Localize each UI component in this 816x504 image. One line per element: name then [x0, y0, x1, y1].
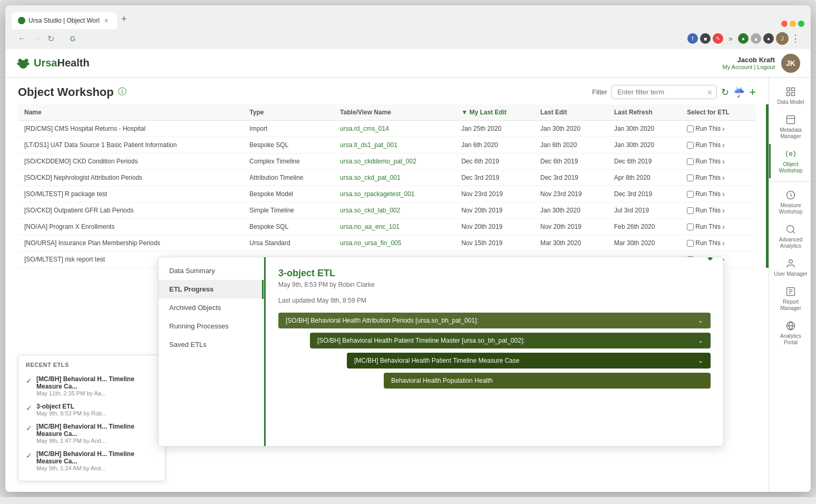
run-this-checkbox[interactable] — [687, 158, 694, 165]
etl-object-label-0[interactable]: [SO/BH] Behavioral Health Attribution Pe… — [278, 313, 711, 328]
col-last-refresh: Last Refresh — [608, 104, 681, 121]
cell-name: [NO/AA] Program X Enrollments — [18, 219, 243, 235]
cell-table: ursa.no_aa_enc_101 — [334, 219, 455, 235]
cell-last-refresh: Mar 30th 2020 — [608, 235, 681, 251]
right-nav-item-metadata-manager[interactable]: Metadata Manager — [769, 110, 811, 144]
etl-status-icon: ✓ — [26, 404, 32, 412]
cell-last-edit: Dec 3rd 2019 — [534, 170, 608, 186]
cell-etl: Run This › — [681, 235, 756, 251]
table-row: [SO/CKD] Outpatient GFR Lab Periods Simp… — [18, 202, 756, 219]
chrome-profile-icon[interactable]: J — [776, 32, 789, 45]
toolbar-extension-2[interactable]: ■ — [700, 33, 711, 44]
toolbar-extension-1[interactable]: f — [687, 33, 698, 44]
etl-object-label-2[interactable]: [MC/BH] Behavioral Health Patient Timeli… — [347, 353, 711, 369]
cell-type: Bespoke SQL — [243, 137, 334, 153]
run-this-checkbox[interactable] — [687, 125, 694, 132]
recent-etl-item[interactable]: ✓ [MC/BH] Behavioral H... Timeline Measu… — [18, 372, 165, 400]
svg-point-3 — [17, 62, 20, 65]
favicon-icon — [18, 17, 25, 24]
url-input[interactable] — [79, 35, 674, 43]
etl-object-label-1[interactable]: [SO/BH] Behavioral Health Patient Timeli… — [310, 333, 711, 348]
etl-status-icon: ✓ — [26, 451, 32, 460]
etl-main-content: 3-object ETL May 9th, 8:53 PM by Robin C… — [266, 257, 723, 403]
etl-item-name: 3-object ETL — [36, 403, 106, 410]
recent-etl-item[interactable]: ✓ 3-object ETL May 9th, 8:53 PM by Rob..… — [18, 400, 165, 420]
recent-etl-item[interactable]: ✓ [MC/BH] Behavioral H... Timeline Measu… — [18, 420, 165, 447]
report-manager-icon — [785, 286, 796, 297]
cell-etl: Run This › — [681, 121, 756, 137]
table-row: [SO/MLTEST] R package test Bespoke Model… — [18, 186, 756, 202]
right-nav-item-advanced-analytics[interactable]: Advanced Analytics — [769, 219, 811, 254]
run-this-checkbox[interactable] — [687, 207, 694, 214]
cell-type: Attribution Timeline — [243, 170, 334, 186]
right-nav-item-report-manager[interactable]: Report Manager — [769, 282, 811, 316]
window-close-button[interactable] — [781, 21, 788, 27]
etl-menu-item-running-processes[interactable]: Running Processes — [159, 317, 264, 335]
run-arrow-icon: › — [722, 141, 725, 149]
right-nav-item-analytics-portal[interactable]: Analytics Portal — [769, 316, 811, 350]
right-nav-item-measure-workshop[interactable]: Measure Workshop — [769, 185, 811, 219]
download-button[interactable]: ⬇ — [705, 257, 715, 264]
logout-link[interactable]: Logout — [757, 64, 775, 70]
filter-clear-button[interactable]: ✕ — [707, 88, 713, 96]
right-nav-item-data-model[interactable]: Data Model — [769, 82, 811, 110]
etl-menu-item-etl-progress[interactable]: ETL Progress — [159, 280, 264, 298]
forward-button[interactable]: → — [31, 33, 43, 44]
refresh-button[interactable]: ↻ — [45, 33, 56, 45]
toolbar-extension-6[interactable]: ▲ — [751, 33, 761, 44]
svg-point-2 — [25, 59, 28, 62]
add-button[interactable]: + — [749, 85, 756, 99]
filter-input[interactable] — [611, 85, 717, 99]
data-model-label: Data Model — [777, 99, 804, 105]
run-this-label: Run This — [695, 207, 721, 214]
col-last-edit: Last Edit — [534, 104, 608, 121]
run-this-label: Run This — [695, 223, 721, 230]
run-this-checkbox[interactable] — [687, 175, 694, 181]
table-row: [SO/CKD] Nephrologist Attribution Period… — [18, 170, 756, 186]
cell-last-refresh: Dec 6th 2019 — [608, 153, 681, 170]
cell-last-edit: Jan 6th 2020 — [534, 137, 608, 153]
chrome-menu-button[interactable]: ⋮ — [791, 33, 800, 44]
toolbar-extension-3[interactable]: ✎ — [713, 33, 723, 44]
my-account-link[interactable]: My Account — [723, 64, 753, 70]
toolbar-extension-7[interactable]: ● — [763, 33, 774, 44]
right-nav-item-object-workshop[interactable]: Object Workshop — [769, 144, 811, 178]
etl-menu-item-saved-etls[interactable]: Saved ETLs — [159, 335, 264, 354]
right-nav-item-user-manager[interactable]: User Manager — [769, 254, 811, 282]
col-my-last-edit[interactable]: ▼ My Last Edit — [455, 104, 534, 121]
object-table-container: Name Type Table/View Name ▼ My Last Edit… — [5, 104, 769, 268]
sync-button[interactable]: ☔ — [733, 86, 745, 98]
run-arrow-icon: › — [722, 206, 725, 215]
col-select-etl: Select for ETL — [681, 104, 756, 121]
run-this-label: Run This — [695, 239, 721, 247]
close-tab-button[interactable]: × — [104, 16, 109, 25]
etl-detail-created: May 9th, 8:53 PM by Robin Clarke — [278, 281, 711, 288]
cell-my-last-edit: Dec 3rd 2019 — [455, 170, 534, 186]
user-name: Jacob Kraft — [723, 56, 775, 64]
etl-object-label-3[interactable]: Behavioral Health Population Health — [384, 373, 711, 389]
run-this-checkbox[interactable] — [687, 191, 694, 198]
window-maximize-button[interactable] — [798, 21, 804, 27]
run-this-checkbox[interactable] — [687, 240, 694, 247]
object-workshop-label: Object Workshop — [773, 161, 809, 174]
etl-item-info: [MC/BH] Behavioral H... Timeline Measure… — [36, 375, 158, 396]
etl-menu-item-archived-objects[interactable]: Archived Objects — [159, 298, 264, 317]
new-tab-button[interactable]: + — [117, 9, 131, 29]
run-this-label: Run This — [695, 174, 721, 181]
window-minimize-button[interactable] — [790, 21, 796, 27]
etl-menu-item-data-summary[interactable]: Data Summary — [159, 261, 264, 280]
back-button[interactable]: ← — [16, 33, 28, 44]
toolbar-extension-5[interactable]: ● — [738, 33, 749, 44]
recent-etl-item[interactable]: ✓ [MC/BH] Behavioral H... Timeline Measu… — [18, 447, 165, 474]
browser-tab[interactable]: Ursa Studio | Object Worl × — [12, 12, 117, 29]
run-this-checkbox[interactable] — [687, 142, 694, 149]
cell-type: Simple Timeline — [243, 202, 334, 219]
cell-etl: Run This › — [681, 202, 756, 219]
run-this-checkbox[interactable] — [687, 224, 694, 230]
cell-last-refresh: Jan 30th 2020 — [608, 137, 681, 153]
cell-my-last-edit: Nov 23rd 2019 — [455, 186, 534, 202]
help-icon[interactable]: ⓘ — [118, 86, 127, 98]
refresh-etl-button[interactable]: ↻ — [721, 86, 729, 98]
page-header: Object Workshop ⓘ Filter ✕ ↻ ☔ + — [5, 77, 769, 104]
toolbar-extension-4[interactable]: » — [725, 33, 736, 44]
